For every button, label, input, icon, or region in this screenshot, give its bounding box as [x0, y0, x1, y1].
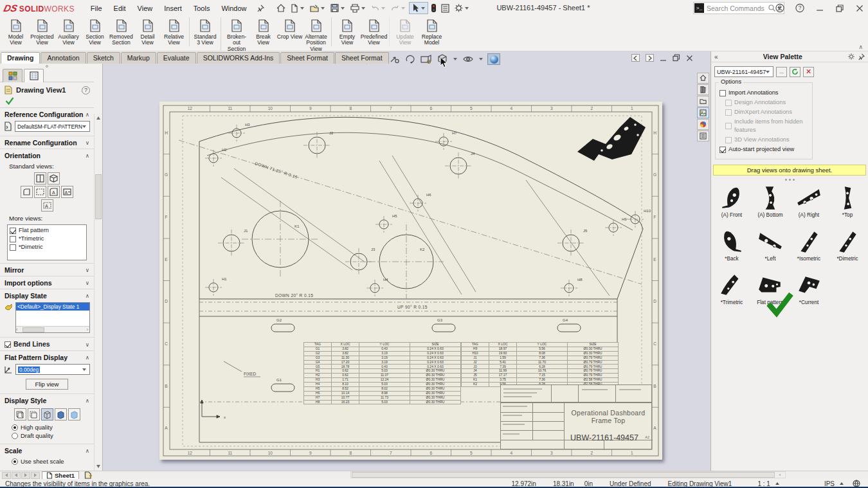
- hide-show-caret-icon[interactable]: [479, 58, 483, 60]
- menu-item[interactable]: Tools: [188, 3, 216, 14]
- view-thumbnail[interactable]: Flat pattern: [751, 272, 790, 305]
- doc-minimize-icon[interactable]: [660, 55, 667, 62]
- design-binder-icon[interactable]: [429, 3, 438, 14]
- isometric-view-silhouette[interactable]: [577, 117, 646, 161]
- help-icon[interactable]: ?: [795, 4, 804, 13]
- home-tab-icon[interactable]: [697, 73, 709, 84]
- view-orientation-caret-icon[interactable]: [453, 58, 457, 60]
- previous-view-icon[interactable]: [388, 53, 401, 65]
- wireframe-style-button[interactable]: [14, 408, 26, 420]
- 3d-drawing-view-icon[interactable]: [420, 53, 433, 65]
- configuration-dropdown[interactable]: DefaultSM-FLAT-PATTERN: [15, 121, 90, 132]
- prev-sheet-icon[interactable]: [12, 472, 21, 479]
- ribbon-button[interactable]: Break View: [250, 17, 276, 46]
- menu-item[interactable]: File: [85, 3, 108, 14]
- ribbon-button[interactable]: Removed Section: [108, 17, 134, 46]
- view-palette-tab-icon[interactable]: [697, 107, 709, 118]
- more-views-list[interactable]: Flat pattern *Trimetric *Dimetric: [7, 224, 87, 260]
- unit-system[interactable]: IPS: [824, 480, 835, 487]
- task-list-icon[interactable]: [439, 3, 451, 14]
- pin-menu-icon[interactable]: [257, 5, 264, 12]
- scrollbar-thumb[interactable]: [95, 174, 102, 219]
- design-library-icon[interactable]: [697, 84, 709, 95]
- sheet-tab[interactable]: Sheet1: [42, 471, 79, 480]
- user-account-icon[interactable]: [775, 4, 784, 13]
- next-document-icon[interactable]: [646, 54, 654, 62]
- ribbon-button[interactable]: Update View: [389, 17, 419, 46]
- shaded-with-edges-button[interactable]: [55, 408, 67, 420]
- palette-option-checkbox[interactable]: Auto-start projected view: [719, 145, 808, 154]
- command-tab[interactable]: Annotation: [41, 52, 86, 64]
- ribbon-button[interactable]: Replace Model: [419, 17, 445, 46]
- ribbon-button[interactable]: Broken-out Section: [221, 17, 250, 52]
- rotate-view-icon[interactable]: [404, 53, 417, 65]
- open-icon[interactable]: [308, 3, 327, 14]
- ribbon-button[interactable]: Model View: [3, 17, 29, 46]
- panel-scrollbar[interactable]: [94, 114, 102, 471]
- more-views-option[interactable]: Flat pattern: [10, 226, 84, 235]
- ribbon-button[interactable]: Auxiliary View: [55, 17, 82, 46]
- view-left-button[interactable]: [21, 186, 33, 198]
- section-bend-lines[interactable]: Bend Lines ∨: [0, 338, 94, 350]
- palette-option-checkbox[interactable]: Design Annotations: [725, 98, 808, 107]
- view-thumbnail[interactable]: *Top: [828, 185, 867, 218]
- palette-option-checkbox[interactable]: Import Annotations: [719, 89, 808, 97]
- first-sheet-icon[interactable]: [2, 472, 11, 479]
- section-mirror[interactable]: Mirror∨: [0, 264, 94, 276]
- ribbon-button[interactable]: Empty View: [331, 17, 361, 46]
- display-state-item[interactable]: <Default>_Display State 1: [16, 303, 89, 311]
- browse-button[interactable]: ...: [776, 67, 787, 77]
- command-tab[interactable]: Sketch: [87, 52, 120, 64]
- collapse-pane-icon[interactable]: «: [714, 53, 718, 60]
- section-orientation[interactable]: Orientation∧: [0, 149, 94, 161]
- next-sheet-icon[interactable]: [21, 472, 30, 479]
- minimize-icon[interactable]: [815, 4, 824, 13]
- command-tab[interactable]: SOLIDWORKS Add-Ins: [197, 52, 280, 64]
- panel-handle[interactable]: [0, 64, 94, 68]
- horizontal-scrollbar[interactable]: ‹: [350, 471, 786, 478]
- command-tab[interactable]: Evaluate: [157, 52, 196, 64]
- palette-document-dropdown[interactable]: UBW-21161-49457: [714, 66, 773, 77]
- ribbon-button[interactable]: Predefined View: [361, 17, 387, 46]
- view-thumbnail[interactable]: (A) Bottom: [751, 185, 790, 218]
- appearances-icon[interactable]: [697, 119, 709, 130]
- view-thumbnail[interactable]: (A) Front: [712, 185, 751, 218]
- select-cursor-icon[interactable]: [409, 2, 428, 14]
- menu-item[interactable]: Window: [215, 3, 252, 14]
- undo-icon[interactable]: [369, 3, 388, 14]
- hscroll-left-icon[interactable]: ‹: [775, 472, 784, 478]
- hide-show-items-icon[interactable]: [462, 53, 475, 65]
- restore-icon[interactable]: [835, 4, 844, 13]
- view-isometric-button[interactable]: [48, 172, 60, 185]
- ok-check-icon[interactable]: [5, 97, 14, 105]
- scroll-down-icon[interactable]: [96, 465, 100, 468]
- view-front-button[interactable]: [34, 172, 46, 185]
- units-caret-icon[interactable]: [840, 482, 844, 485]
- custom-properties-icon[interactable]: [697, 131, 709, 141]
- menu-item[interactable]: Edit: [108, 3, 132, 14]
- doc-restore-icon[interactable]: [673, 54, 680, 62]
- view-bottom-button[interactable]: A: [61, 186, 73, 198]
- more-views-option[interactable]: *Trimetric: [10, 235, 84, 243]
- ribbon-button[interactable]: Alternate Position View: [303, 17, 329, 52]
- pane-splitter-handle[interactable]: [711, 179, 868, 181]
- pin-pane-icon[interactable]: [858, 53, 865, 60]
- pane-settings-gear-icon[interactable]: [847, 53, 855, 60]
- section-reference-configuration[interactable]: Reference Configuration∧: [0, 108, 94, 120]
- drawing-sheet[interactable]: 121211111010998877665544332211HHGGFFEEDD…: [159, 102, 662, 460]
- view-back-button[interactable]: A: [41, 199, 53, 212]
- view-thumbnail[interactable]: *Dimetric: [828, 228, 867, 262]
- angle-input[interactable]: 0.00deg: [15, 364, 90, 375]
- menu-item[interactable]: Insert: [158, 3, 188, 14]
- view-top-button[interactable]: A: [48, 186, 60, 198]
- refresh-button[interactable]: [790, 67, 800, 77]
- display-state-list[interactable]: ‹› <Default>_Display State 1: [15, 302, 90, 333]
- scroll-up-icon[interactable]: [96, 116, 100, 120]
- command-tab[interactable]: Markup: [121, 52, 156, 64]
- ribbon-button[interactable]: Section View: [82, 17, 108, 46]
- command-tab[interactable]: Sheet Format: [280, 52, 334, 64]
- command-tab[interactable]: Sheet Format: [335, 52, 389, 64]
- view-thumbnail[interactable]: *Trimetric: [712, 272, 751, 305]
- view-thumbnail[interactable]: *Back: [712, 228, 751, 262]
- add-sheet-icon[interactable]: [84, 471, 93, 479]
